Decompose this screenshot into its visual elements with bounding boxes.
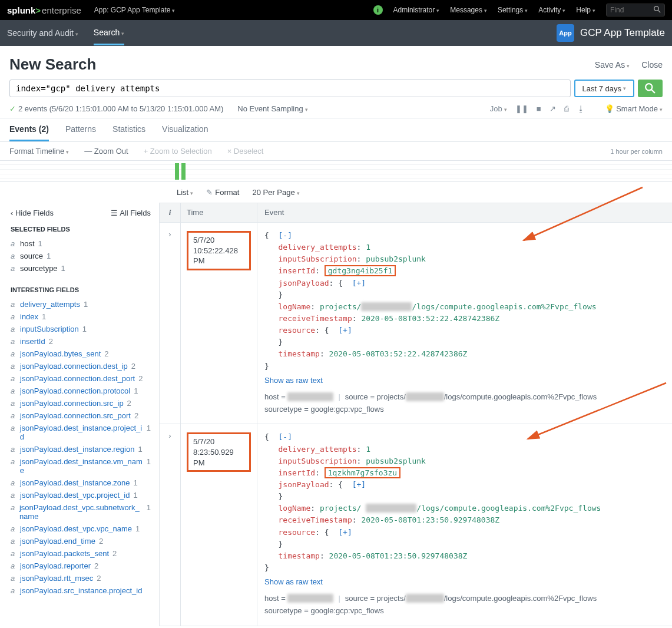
svg-line-1: [658, 10, 661, 12]
page-title: New Search: [9, 55, 96, 74]
field-row[interactable]: ajsonPayload.dest_vpc.vpc_name1: [11, 523, 151, 535]
field-row[interactable]: ajsonPayload.dest_instance.project_id1: [11, 422, 151, 443]
brand-left: splunk: [7, 5, 35, 15]
menu-settings[interactable]: Settings: [498, 6, 528, 14]
event-body: { [-] delivery_attempts: 1 inputSubscrip…: [257, 223, 672, 424]
field-row[interactable]: ajsonPayload.bytes_sent2: [11, 348, 151, 360]
search-box[interactable]: [9, 80, 571, 97]
sampling-dropdown[interactable]: No Event Sampling: [237, 104, 307, 113]
format-toggle[interactable]: ✎Format: [206, 188, 239, 197]
nav-security-audit[interactable]: Security and Audit: [7, 22, 78, 44]
per-page-dropdown[interactable]: 20 Per Page: [252, 188, 299, 197]
field-row[interactable]: ajsonPayload.connection.dest_port2: [11, 372, 151, 385]
hide-fields[interactable]: ‹ Hide Fields: [11, 209, 54, 217]
field-row[interactable]: ajsonPayload.src_instance.project_id: [11, 584, 151, 597]
tab-statistics[interactable]: Statistics: [112, 124, 145, 141]
smart-mode[interactable]: 💡 Smart Mode: [605, 104, 663, 113]
field-row[interactable]: ainputSubscription1: [11, 323, 151, 335]
field-row[interactable]: asourcetype1: [11, 262, 151, 275]
timeline-controls: Format Timeline — Zoom Out + Zoom to Sel…: [0, 142, 672, 161]
expand-icon[interactable]: [+]: [352, 279, 366, 287]
event-meta: host = xxxxxxxxxxxx|source = projects/xx…: [264, 593, 665, 617]
timeline-viz[interactable]: [0, 161, 672, 182]
close-button[interactable]: Close: [641, 60, 663, 70]
show-raw-text[interactable]: Show as raw text: [264, 375, 323, 386]
tab-visualization[interactable]: Visualization: [162, 124, 208, 141]
expand-icon[interactable]: ›: [160, 424, 181, 625]
col-time[interactable]: Time: [181, 203, 257, 222]
selected-fields-label: SELECTED FIELDS: [11, 226, 151, 233]
search-input[interactable]: [16, 84, 564, 93]
field-row[interactable]: ajsonPayload.dest_vpc.project_id1: [11, 489, 151, 501]
check-icon: ✓: [9, 104, 16, 113]
menu-messages[interactable]: Messages: [450, 6, 487, 14]
all-fields[interactable]: ☰ All Fields: [111, 209, 151, 217]
field-row[interactable]: ajsonPayload.packets_sent2: [11, 547, 151, 560]
nav-search[interactable]: Search: [94, 21, 124, 45]
info-row: ✓ 2 events (5/6/20 1:15:01.000 AM to 5/1…: [0, 102, 672, 118]
tab-events[interactable]: Events (2): [9, 124, 49, 141]
field-row[interactable]: ajsonPayload.connection.protocol1: [11, 385, 151, 397]
field-row[interactable]: ajsonPayload.dest_instance.vm_name1: [11, 455, 151, 477]
brand-right: enterprise: [42, 5, 81, 15]
global-topbar: splunk>enterprise App: GCP App Template …: [0, 0, 672, 20]
field-row[interactable]: ajsonPayload.dest_instance.zone1: [11, 477, 151, 489]
timeline-bar[interactable]: [181, 163, 186, 180]
find-box[interactable]: [606, 4, 665, 16]
expand-icon[interactable]: ›: [160, 223, 181, 424]
field-row[interactable]: ahost1: [11, 237, 151, 250]
event-meta: host = xxxxxxxxxxxx|source = projects/xx…: [264, 391, 665, 416]
field-row[interactable]: ajsonPayload.reporter2: [11, 560, 151, 572]
zoom-out[interactable]: — Zoom Out: [84, 147, 128, 156]
field-row[interactable]: ajsonPayload.dest_instance.region1: [11, 443, 151, 455]
field-row[interactable]: ainsertId2: [11, 335, 151, 348]
events-header: i Time Event: [160, 203, 672, 223]
expand-icon[interactable]: [+]: [352, 480, 366, 489]
events-summary: 2 events (5/6/20 1:15:01.000 AM to 5/13/…: [18, 104, 223, 113]
timeline-bar[interactable]: [175, 163, 179, 180]
print-icon[interactable]: ⎙: [564, 104, 569, 113]
field-row[interactable]: ajsonPayload.end_time2: [11, 535, 151, 547]
job-menu[interactable]: Job: [490, 104, 507, 113]
expand-icon[interactable]: [+]: [338, 528, 352, 537]
result-tabs: Events (2) Patterns Statistics Visualiza…: [0, 118, 672, 142]
collapse-icon[interactable]: [-]: [278, 231, 292, 240]
pause-icon[interactable]: ❚❚: [515, 104, 528, 113]
menu-help[interactable]: Help: [576, 6, 595, 14]
field-row[interactable]: ajsonPayload.connection.src_ip2: [11, 397, 151, 409]
field-row[interactable]: adelivery_attempts1: [11, 298, 151, 310]
event-row: › 5/7/208:23:50.929 PM { [-] delivery_at…: [160, 424, 672, 626]
save-as-button[interactable]: Save As: [595, 60, 630, 70]
main-wrap: ‹ Hide Fields ☰ All Fields SELECTED FIEL…: [0, 203, 672, 626]
expand-icon[interactable]: [+]: [338, 326, 352, 335]
format-timeline[interactable]: Format Timeline: [9, 147, 69, 156]
col-info: i: [160, 203, 181, 222]
brand-gt: >: [35, 5, 41, 15]
share-icon[interactable]: ↗: [549, 104, 556, 113]
field-row[interactable]: ajsonPayload.rtt_msec2: [11, 572, 151, 584]
title-row: New Search Save As Close: [0, 46, 672, 80]
stop-icon[interactable]: ■: [537, 104, 541, 113]
field-row[interactable]: ajsonPayload.dest_vpc.subnetwork_name1: [11, 501, 151, 523]
app-selector[interactable]: App: GCP App Template: [94, 6, 176, 14]
field-row[interactable]: ajsonPayload.connection.src_port2: [11, 409, 151, 422]
show-raw-text[interactable]: Show as raw text: [264, 576, 323, 588]
event-time: 5/7/2010:52:22.428 PM: [181, 223, 257, 424]
search-button[interactable]: [638, 80, 663, 97]
menu-activity[interactable]: Activity: [538, 6, 565, 14]
app-bar: Security and Audit Search App GCP App Te…: [0, 20, 672, 46]
field-row[interactable]: ajsonPayload.connection.dest_ip2: [11, 360, 151, 372]
field-row[interactable]: asource1: [11, 250, 151, 262]
find-input[interactable]: [610, 6, 651, 14]
list-toggle[interactable]: List: [177, 188, 193, 197]
info-icon[interactable]: i: [373, 5, 383, 15]
tab-patterns[interactable]: Patterns: [65, 124, 96, 141]
search-icon[interactable]: [654, 6, 661, 15]
svg-point-2: [645, 84, 652, 90]
time-picker[interactable]: Last 7 days: [574, 80, 635, 97]
collapse-icon[interactable]: [-]: [278, 432, 292, 441]
menu-administrator[interactable]: Administrator: [393, 6, 440, 14]
field-row[interactable]: aindex1: [11, 310, 151, 323]
download-icon[interactable]: ⭳: [577, 104, 585, 113]
fields-panel: ‹ Hide Fields ☰ All Fields SELECTED FIEL…: [0, 203, 159, 626]
